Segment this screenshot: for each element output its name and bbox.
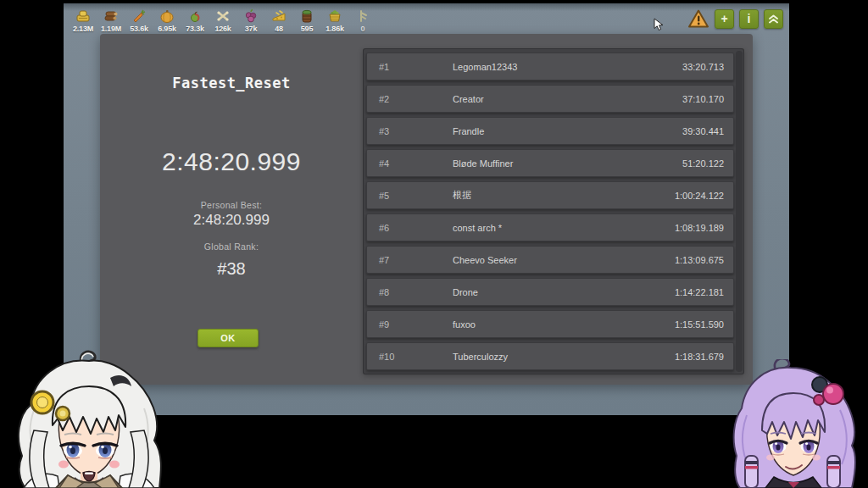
time-cell: 39:30.441 (682, 126, 724, 136)
collar-right (95, 475, 119, 488)
collapse-button[interactable] (764, 9, 783, 29)
yellow-ornament-large-icon (31, 391, 53, 413)
mouth (786, 465, 802, 469)
time-cell: 51:20.122 (682, 158, 724, 169)
warning-icon[interactable] (687, 8, 709, 29)
resource-barrel: 595 (294, 8, 320, 33)
rank-cell: #5 (379, 191, 453, 201)
table-row: #8 Drone 1:14:22.181 (366, 278, 734, 306)
eyebrows (64, 434, 114, 435)
wood-icon (103, 8, 119, 24)
topbar-controls: + i (687, 8, 783, 29)
player-name-cell: Frandle (453, 126, 682, 136)
table-row: #5 根据 1:00:24.122 (366, 181, 734, 209)
player-name-cell: Drone (453, 287, 675, 297)
resource-value: 126k (214, 25, 231, 33)
resource-value: 6.95k (158, 25, 176, 33)
resource-pumpkin: 6.95k (154, 8, 180, 33)
ornament-small-sphere-icon (814, 395, 824, 405)
player-name-cell: 根据 (453, 189, 675, 202)
neck-shadow (75, 477, 103, 488)
vest (56, 475, 122, 488)
hair-lock-left (30, 430, 49, 488)
personal-best-label: Personal Best: (100, 200, 363, 210)
face (58, 407, 119, 478)
outfit-red-accent (788, 482, 799, 488)
blush-left (766, 455, 775, 461)
time-cell: 33:20.713 (682, 62, 724, 72)
hair-tube-right-icon (827, 456, 840, 488)
leaderboard-rows: #1 Legoman12343 33:20.713 #2 Creator 37:… (366, 53, 734, 374)
rank-cell: #6 (379, 223, 453, 233)
rank-cell: #10 (379, 352, 453, 362)
rank-cell: #2 (379, 94, 453, 104)
mouse-cursor (654, 18, 665, 31)
dialog-title: Fastest_Reset (100, 75, 363, 92)
right-eye-icon (93, 437, 117, 459)
time-cell: 1:13:09.675 (675, 255, 724, 265)
table-row: #1 Legoman12343 33:20.713 (366, 53, 734, 80)
time-cell: 1:00:24.122 (675, 191, 724, 201)
basket-icon (327, 8, 342, 24)
info-button[interactable]: i (739, 9, 759, 29)
table-row: #3 Frandle 39:30.441 (366, 117, 734, 145)
resource-carrot: 53.6k (126, 8, 152, 33)
resource-bones: 126k (210, 8, 236, 33)
table-row: #10 Tuberculozzy 1:18:31.679 (366, 342, 734, 370)
player-name-cell: const arch * (453, 223, 675, 233)
table-row: #6 const arch * 1:08:19.189 (366, 214, 734, 241)
table-row: #2 Creator 37:10.170 (366, 85, 734, 113)
resource-value: 1.19M (101, 25, 121, 33)
resource-hay: 2.13M (70, 8, 96, 33)
barrel-icon (299, 8, 314, 24)
left-eye-icon (61, 437, 85, 459)
blush-right (109, 461, 120, 469)
leaderboard: #1 Legoman12343 33:20.713 #2 Creator 37:… (363, 48, 744, 374)
rank-cell: #3 (379, 126, 453, 136)
blush-left (58, 461, 69, 469)
resource-apple: 73.3k (182, 8, 208, 33)
player-name-cell: Tuberculozzy (453, 352, 675, 362)
current-reset-time: 2:48:20.999 (100, 147, 363, 176)
hay-icon (75, 8, 91, 24)
fastest-reset-dialog: Fastest_Reset 2:48:20.999 Personal Best:… (100, 34, 753, 385)
resource-cheese: 48 (266, 8, 292, 33)
table-row: #9 fuxoo 1:15:51.590 (366, 310, 734, 338)
player-name-cell: Cheevo Seeker (453, 255, 675, 265)
right-eye-icon (800, 440, 817, 455)
mouth (83, 472, 95, 482)
rank-cell: #9 (379, 319, 453, 330)
rank-cell: #1 (379, 62, 453, 72)
hair-tube-left-icon (745, 456, 758, 488)
shirt-left (24, 474, 59, 488)
table-row: #7 Cheevo Seeker 1:13:09.675 (366, 246, 734, 274)
resource-wood: 1.19M (98, 8, 124, 33)
rank-cell: #8 (379, 287, 453, 297)
time-cell: 1:18:31.679 (675, 352, 724, 362)
ok-button[interactable]: OK (198, 329, 259, 347)
eyebrows (771, 433, 816, 435)
shirt-right (119, 474, 154, 488)
outfit (765, 477, 821, 488)
leaderboard-scrollbar[interactable] (736, 51, 743, 372)
time-cell: 1:08:19.189 (675, 223, 724, 233)
game-screen: 2.13M 1.19M 53.6k (64, 3, 789, 415)
face (767, 413, 821, 475)
resource-basket: 1.86k (322, 8, 348, 33)
resource-value: 595 (301, 25, 313, 33)
game-stage: 2.13M 1.19M 53.6k (0, 0, 868, 488)
resource-rune: 0 (350, 8, 376, 33)
resource-value: 1.86k (326, 25, 344, 33)
resource-value: 0 (361, 25, 365, 33)
bones-icon (215, 8, 231, 24)
reset-summary-panel: Fastest_Reset 2:48:20.999 Personal Best:… (100, 34, 363, 385)
chevron-double-up-icon (768, 14, 779, 25)
add-button[interactable]: + (715, 9, 734, 29)
hair-lock-right (129, 430, 148, 488)
resource-bar: 2.13M 1.19M 53.6k (70, 8, 376, 33)
personal-best-value: 2:48:20.999 (100, 212, 363, 229)
rune-icon (355, 8, 370, 24)
global-rank-label: Global Rank: (100, 241, 363, 252)
time-cell: 1:14:22.181 (675, 287, 724, 297)
resource-value: 73.3k (186, 25, 204, 33)
